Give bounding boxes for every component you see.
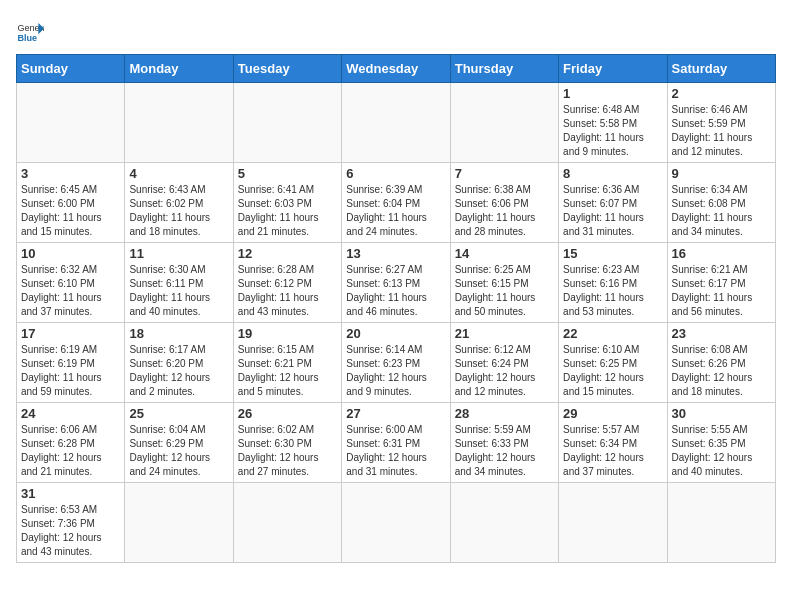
day-number: 18 — [129, 326, 228, 341]
day-number: 2 — [672, 86, 771, 101]
day-number: 27 — [346, 406, 445, 421]
day-cell: 28Sunrise: 5:59 AM Sunset: 6:33 PM Dayli… — [450, 403, 558, 483]
day-number: 8 — [563, 166, 662, 181]
day-number: 26 — [238, 406, 337, 421]
day-number: 28 — [455, 406, 554, 421]
day-info: Sunrise: 6:28 AM Sunset: 6:12 PM Dayligh… — [238, 263, 337, 319]
day-info: Sunrise: 6:34 AM Sunset: 6:08 PM Dayligh… — [672, 183, 771, 239]
day-cell: 15Sunrise: 6:23 AM Sunset: 6:16 PM Dayli… — [559, 243, 667, 323]
day-info: Sunrise: 6:12 AM Sunset: 6:24 PM Dayligh… — [455, 343, 554, 399]
day-cell — [559, 483, 667, 563]
week-row-3: 10Sunrise: 6:32 AM Sunset: 6:10 PM Dayli… — [17, 243, 776, 323]
day-number: 25 — [129, 406, 228, 421]
day-cell — [233, 483, 341, 563]
day-number: 13 — [346, 246, 445, 261]
day-number: 1 — [563, 86, 662, 101]
day-cell: 6Sunrise: 6:39 AM Sunset: 6:04 PM Daylig… — [342, 163, 450, 243]
day-info: Sunrise: 6:45 AM Sunset: 6:00 PM Dayligh… — [21, 183, 120, 239]
day-info: Sunrise: 6:04 AM Sunset: 6:29 PM Dayligh… — [129, 423, 228, 479]
day-number: 24 — [21, 406, 120, 421]
day-number: 14 — [455, 246, 554, 261]
day-info: Sunrise: 6:23 AM Sunset: 6:16 PM Dayligh… — [563, 263, 662, 319]
day-cell: 31Sunrise: 6:53 AM Sunset: 7:36 PM Dayli… — [17, 483, 125, 563]
day-number: 9 — [672, 166, 771, 181]
week-row-4: 17Sunrise: 6:19 AM Sunset: 6:19 PM Dayli… — [17, 323, 776, 403]
day-info: Sunrise: 6:30 AM Sunset: 6:11 PM Dayligh… — [129, 263, 228, 319]
day-info: Sunrise: 6:53 AM Sunset: 7:36 PM Dayligh… — [21, 503, 120, 559]
week-row-5: 24Sunrise: 6:06 AM Sunset: 6:28 PM Dayli… — [17, 403, 776, 483]
header: General Blue — [16, 16, 776, 44]
day-info: Sunrise: 6:43 AM Sunset: 6:02 PM Dayligh… — [129, 183, 228, 239]
day-cell: 14Sunrise: 6:25 AM Sunset: 6:15 PM Dayli… — [450, 243, 558, 323]
day-cell: 29Sunrise: 5:57 AM Sunset: 6:34 PM Dayli… — [559, 403, 667, 483]
day-cell: 7Sunrise: 6:38 AM Sunset: 6:06 PM Daylig… — [450, 163, 558, 243]
day-info: Sunrise: 6:14 AM Sunset: 6:23 PM Dayligh… — [346, 343, 445, 399]
day-cell: 5Sunrise: 6:41 AM Sunset: 6:03 PM Daylig… — [233, 163, 341, 243]
day-cell — [342, 483, 450, 563]
day-number: 31 — [21, 486, 120, 501]
day-cell: 9Sunrise: 6:34 AM Sunset: 6:08 PM Daylig… — [667, 163, 775, 243]
day-number: 11 — [129, 246, 228, 261]
day-info: Sunrise: 5:57 AM Sunset: 6:34 PM Dayligh… — [563, 423, 662, 479]
day-cell: 27Sunrise: 6:00 AM Sunset: 6:31 PM Dayli… — [342, 403, 450, 483]
day-cell — [17, 83, 125, 163]
day-number: 17 — [21, 326, 120, 341]
day-number: 12 — [238, 246, 337, 261]
weekday-header-tuesday: Tuesday — [233, 55, 341, 83]
day-cell — [233, 83, 341, 163]
day-cell — [125, 83, 233, 163]
week-row-1: 1Sunrise: 6:48 AM Sunset: 5:58 PM Daylig… — [17, 83, 776, 163]
day-number: 15 — [563, 246, 662, 261]
day-cell: 25Sunrise: 6:04 AM Sunset: 6:29 PM Dayli… — [125, 403, 233, 483]
day-info: Sunrise: 6:10 AM Sunset: 6:25 PM Dayligh… — [563, 343, 662, 399]
day-info: Sunrise: 6:27 AM Sunset: 6:13 PM Dayligh… — [346, 263, 445, 319]
day-cell: 12Sunrise: 6:28 AM Sunset: 6:12 PM Dayli… — [233, 243, 341, 323]
day-cell: 16Sunrise: 6:21 AM Sunset: 6:17 PM Dayli… — [667, 243, 775, 323]
week-row-6: 31Sunrise: 6:53 AM Sunset: 7:36 PM Dayli… — [17, 483, 776, 563]
day-cell — [667, 483, 775, 563]
day-number: 6 — [346, 166, 445, 181]
day-number: 21 — [455, 326, 554, 341]
weekday-header-friday: Friday — [559, 55, 667, 83]
day-info: Sunrise: 6:21 AM Sunset: 6:17 PM Dayligh… — [672, 263, 771, 319]
day-info: Sunrise: 6:39 AM Sunset: 6:04 PM Dayligh… — [346, 183, 445, 239]
weekday-header-wednesday: Wednesday — [342, 55, 450, 83]
day-cell: 30Sunrise: 5:55 AM Sunset: 6:35 PM Dayli… — [667, 403, 775, 483]
day-number: 23 — [672, 326, 771, 341]
weekday-header-monday: Monday — [125, 55, 233, 83]
day-info: Sunrise: 6:46 AM Sunset: 5:59 PM Dayligh… — [672, 103, 771, 159]
calendar: SundayMondayTuesdayWednesdayThursdayFrid… — [16, 54, 776, 563]
day-info: Sunrise: 6:25 AM Sunset: 6:15 PM Dayligh… — [455, 263, 554, 319]
day-info: Sunrise: 5:55 AM Sunset: 6:35 PM Dayligh… — [672, 423, 771, 479]
day-cell: 11Sunrise: 6:30 AM Sunset: 6:11 PM Dayli… — [125, 243, 233, 323]
week-row-2: 3Sunrise: 6:45 AM Sunset: 6:00 PM Daylig… — [17, 163, 776, 243]
day-cell: 10Sunrise: 6:32 AM Sunset: 6:10 PM Dayli… — [17, 243, 125, 323]
day-cell: 24Sunrise: 6:06 AM Sunset: 6:28 PM Dayli… — [17, 403, 125, 483]
day-info: Sunrise: 6:36 AM Sunset: 6:07 PM Dayligh… — [563, 183, 662, 239]
day-info: Sunrise: 6:00 AM Sunset: 6:31 PM Dayligh… — [346, 423, 445, 479]
weekday-header-sunday: Sunday — [17, 55, 125, 83]
day-info: Sunrise: 6:48 AM Sunset: 5:58 PM Dayligh… — [563, 103, 662, 159]
svg-text:Blue: Blue — [17, 33, 37, 43]
day-cell: 3Sunrise: 6:45 AM Sunset: 6:00 PM Daylig… — [17, 163, 125, 243]
weekday-header-thursday: Thursday — [450, 55, 558, 83]
weekday-header-row: SundayMondayTuesdayWednesdayThursdayFrid… — [17, 55, 776, 83]
day-cell: 21Sunrise: 6:12 AM Sunset: 6:24 PM Dayli… — [450, 323, 558, 403]
day-number: 19 — [238, 326, 337, 341]
day-number: 5 — [238, 166, 337, 181]
day-info: Sunrise: 6:32 AM Sunset: 6:10 PM Dayligh… — [21, 263, 120, 319]
logo: General Blue — [16, 16, 48, 44]
day-cell: 22Sunrise: 6:10 AM Sunset: 6:25 PM Dayli… — [559, 323, 667, 403]
day-cell: 8Sunrise: 6:36 AM Sunset: 6:07 PM Daylig… — [559, 163, 667, 243]
day-info: Sunrise: 6:15 AM Sunset: 6:21 PM Dayligh… — [238, 343, 337, 399]
day-info: Sunrise: 6:06 AM Sunset: 6:28 PM Dayligh… — [21, 423, 120, 479]
day-cell: 26Sunrise: 6:02 AM Sunset: 6:30 PM Dayli… — [233, 403, 341, 483]
day-info: Sunrise: 6:19 AM Sunset: 6:19 PM Dayligh… — [21, 343, 120, 399]
day-number: 16 — [672, 246, 771, 261]
day-number: 7 — [455, 166, 554, 181]
day-info: Sunrise: 6:38 AM Sunset: 6:06 PM Dayligh… — [455, 183, 554, 239]
day-cell — [450, 83, 558, 163]
day-number: 29 — [563, 406, 662, 421]
day-cell: 18Sunrise: 6:17 AM Sunset: 6:20 PM Dayli… — [125, 323, 233, 403]
day-cell: 13Sunrise: 6:27 AM Sunset: 6:13 PM Dayli… — [342, 243, 450, 323]
